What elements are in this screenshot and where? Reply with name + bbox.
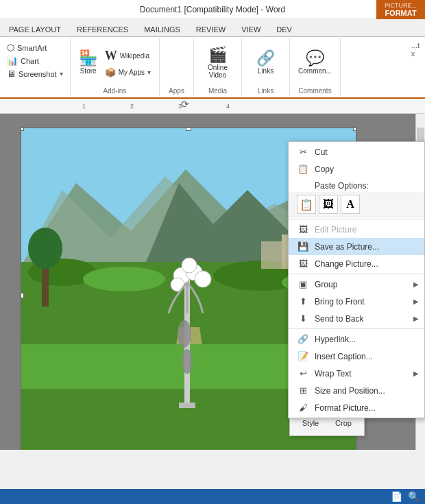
menu-group[interactable]: ▣ Group ▶ xyxy=(289,276,424,293)
menu-copy[interactable]: 📋 Copy xyxy=(289,160,424,178)
svg-point-6 xyxy=(83,267,165,291)
chart-label: Chart xyxy=(21,57,39,65)
wrap-text-icon: ↩ xyxy=(297,368,309,379)
group-icon: ▣ xyxy=(297,279,309,289)
save-picture-icon: 💾 xyxy=(297,241,309,252)
change-picture-icon: 🖼 xyxy=(297,259,309,269)
tab-review[interactable]: REVIEW xyxy=(189,22,233,36)
apps-group: Apps xyxy=(160,38,194,96)
tab-references[interactable]: REFERENCES xyxy=(69,22,136,36)
picture-format-tabs: PICTURE... FORMAT xyxy=(376,0,425,19)
online-video-button[interactable]: 🎬 Online Video xyxy=(205,46,230,80)
svg-point-22 xyxy=(195,271,211,287)
style-label: Style xyxy=(302,419,319,427)
paste-icon-3[interactable]: A xyxy=(341,195,360,214)
context-menu: ✂ Cut 📋 Copy Paste Options: 📋 🖼 A 🖼 Edit… xyxy=(288,141,425,418)
copy-icon: 📋 xyxy=(297,164,309,174)
separator-1 xyxy=(289,219,424,219)
cut-icon: ✂ xyxy=(297,147,309,157)
menu-edit-picture: 🖼 Edit Picture xyxy=(289,221,424,238)
addins-group: 🏪 Store W Wikipedia 📦 My Apps ▾ Add-ins xyxy=(71,38,160,96)
wrap-text-arrow: ▶ xyxy=(413,370,419,377)
title-bar: Document1 [Compatibility Mode] - Word PI… xyxy=(0,0,425,19)
handle-tm[interactable] xyxy=(186,128,191,131)
edit-picture-icon: 🖼 xyxy=(297,224,309,235)
tab-mailings[interactable]: MAILINGS xyxy=(136,22,188,36)
menu-size-position[interactable]: ⊞ Size and Position... xyxy=(289,382,424,399)
insert-caption-icon: 📝 xyxy=(297,351,309,361)
handle-tl[interactable] xyxy=(21,128,24,131)
tab-view[interactable]: VIEW xyxy=(234,22,268,36)
document-area: ✂ Cut 📋 Copy Paste Options: 📋 🖼 A 🖼 Edit… xyxy=(0,114,425,450)
my-apps-button[interactable]: 📦 My Apps ▾ xyxy=(102,66,154,79)
comments-group: 💬 Commen... Comments xyxy=(290,38,341,96)
status-icon-1[interactable]: 📄 xyxy=(391,491,402,502)
addins-items: 🏪 Store W Wikipedia 📦 My Apps ▾ xyxy=(76,40,154,86)
tab-page-layout[interactable]: PAGE LAYOUT xyxy=(1,22,69,36)
send-back-icon: ⬇ xyxy=(297,313,309,324)
paste-icon-2[interactable]: 🖼 xyxy=(319,195,338,214)
menu-bring-to-front[interactable]: ⬆ Bring to Front ▶ xyxy=(289,293,424,310)
ribbon-tabs-row: PAGE LAYOUT REFERENCES MAILINGS REVIEW V… xyxy=(0,19,425,37)
comments-label: Comments xyxy=(298,87,331,95)
send-back-arrow: ▶ xyxy=(413,315,419,322)
screenshot-button[interactable]: 🖥 Screenshot ▾ xyxy=(4,67,66,80)
ribbon: ⬡ SmartArt 📊 Chart 🖥 Screenshot ▾ 🏪 Stor… xyxy=(0,37,425,99)
apps-label: Apps xyxy=(169,87,184,95)
svg-rect-19 xyxy=(179,403,195,408)
menu-send-to-back[interactable]: ⬇ Send to Back ▶ xyxy=(289,310,424,327)
picture-tab-label: PICTURE... xyxy=(385,2,417,9)
ruler: ⟳ 1 2 3 4 xyxy=(0,99,425,114)
status-bar: 📄 🔍 xyxy=(0,489,425,504)
chart-button[interactable]: 📊 Chart xyxy=(4,54,66,67)
menu-format-picture[interactable]: 🖌 Format Picture... xyxy=(289,399,424,416)
rotate-handle[interactable]: ⟳ xyxy=(181,99,189,110)
separator-2 xyxy=(289,274,424,274)
bring-front-icon: ⬆ xyxy=(297,296,309,307)
menu-paste-options-label: Paste Options: xyxy=(289,178,424,192)
picture-format-tab[interactable]: PICTURE... FORMAT xyxy=(376,0,425,19)
document-title: Document1 [Compatibility Mode] - Word xyxy=(140,5,286,14)
store-button[interactable]: 🏪 Store xyxy=(76,49,101,76)
comments-button[interactable]: 💬 Commen... xyxy=(295,49,335,76)
menu-save-as-picture[interactable]: 💾 Save as Picture... xyxy=(289,238,424,255)
wikipedia-button[interactable]: W Wikipedia xyxy=(102,47,154,64)
tab-dev[interactable]: DEV xyxy=(269,22,300,36)
svg-rect-17 xyxy=(261,241,282,269)
addins-group-label: Add-ins xyxy=(103,87,126,95)
status-right: 📄 🔍 xyxy=(391,491,420,502)
svg-point-26 xyxy=(182,349,193,374)
smartart-label: SmartArt xyxy=(17,44,47,52)
bring-front-arrow: ▶ xyxy=(413,298,419,305)
screenshot-label: Screenshot xyxy=(19,70,57,78)
links-button[interactable]: 🔗 Links xyxy=(254,49,278,76)
svg-point-25 xyxy=(178,320,191,348)
handle-ml[interactable] xyxy=(21,293,24,298)
menu-insert-caption[interactable]: 📝 Insert Caption... xyxy=(289,348,424,365)
media-group: 🎬 Online Video Media xyxy=(194,38,242,96)
menu-cut[interactable]: ✂ Cut xyxy=(289,143,424,160)
menu-change-picture[interactable]: 🖼 Change Picture... xyxy=(289,255,424,272)
crop-label: Crop xyxy=(335,419,352,427)
links-group: 🔗 Links Links xyxy=(242,38,290,96)
group-arrow: ▶ xyxy=(413,280,419,288)
smartart-button[interactable]: ⬡ SmartArt xyxy=(4,41,66,54)
format-picture-icon: 🖌 xyxy=(297,403,309,413)
svg-point-23 xyxy=(182,258,197,273)
menu-wrap-text[interactable]: ↩ Wrap Text ▶ xyxy=(289,365,424,382)
media-label: Media xyxy=(208,87,227,95)
size-position-icon: ⊞ xyxy=(297,385,309,396)
format-tab-label: FORMAT xyxy=(385,9,416,17)
paste-icon-1[interactable]: 📋 xyxy=(297,195,316,214)
svg-point-13 xyxy=(28,228,62,269)
handle-tr[interactable] xyxy=(353,128,356,131)
menu-hyperlink[interactable]: 🔗 Hyperlink... xyxy=(289,331,424,348)
status-icon-2[interactable]: 🔍 xyxy=(408,491,420,502)
hyperlink-icon: 🔗 xyxy=(297,334,309,344)
links-label: Links xyxy=(258,87,274,95)
separator-3 xyxy=(289,328,424,329)
paste-options-bar: 📋 🖼 A xyxy=(289,192,424,217)
